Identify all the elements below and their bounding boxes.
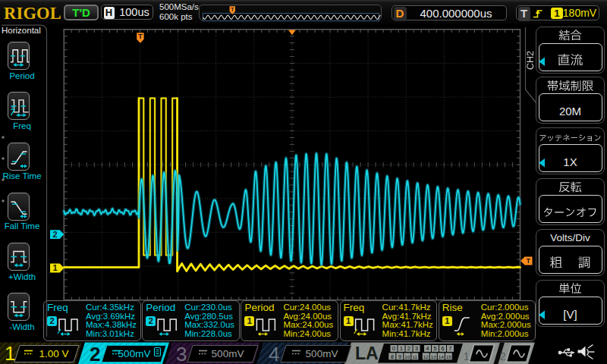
svg-text:0: 0 [392, 345, 396, 352]
svg-text:T: T [138, 32, 143, 40]
svg-text:10: 10 [404, 354, 410, 359]
svg-text:T: T [231, 6, 234, 13]
svg-text:14: 14 [439, 354, 444, 359]
svg-text:2: 2 [90, 343, 100, 364]
svg-text:5: 5 [433, 345, 437, 352]
svg-text:12: 12 [423, 354, 429, 359]
svg-text:4: 4 [426, 345, 429, 352]
svg-text:500mV: 500mV [306, 348, 338, 359]
svg-text:LA: LA [355, 344, 379, 363]
svg-text:15: 15 [446, 354, 451, 359]
svg-text:3: 3 [415, 345, 418, 352]
svg-text:500mV: 500mV [118, 348, 151, 359]
svg-text:1: 1 [53, 263, 58, 272]
svg-text:6: 6 [441, 345, 444, 352]
svg-text:1: 1 [400, 345, 403, 352]
svg-text:1: 1 [5, 342, 15, 364]
svg-text:1.00 V: 1.00 V [39, 348, 68, 359]
svg-text:4: 4 [269, 343, 279, 364]
svg-text:7: 7 [448, 345, 451, 352]
svg-text:11: 11 [413, 354, 418, 359]
svg-text:2: 2 [53, 230, 58, 239]
svg-text:2: 2 [500, 350, 506, 362]
svg-text:9: 9 [398, 353, 401, 360]
svg-text:2: 2 [407, 345, 410, 352]
svg-text:3: 3 [176, 343, 187, 364]
svg-text:13: 13 [431, 354, 436, 359]
svg-text:8: 8 [391, 353, 394, 360]
svg-text:T: T [526, 257, 530, 265]
svg-text:500mV: 500mV [212, 348, 244, 359]
